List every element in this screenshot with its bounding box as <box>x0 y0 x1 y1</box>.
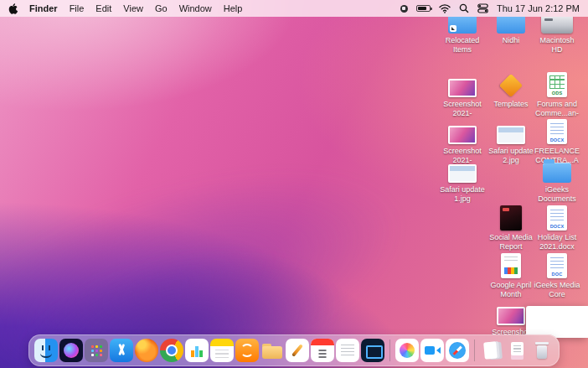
dock-photoshop-icon[interactable] <box>361 339 384 362</box>
screen-recording-indicator-icon[interactable] <box>400 5 408 13</box>
menu-item-go[interactable]: Go <box>155 3 168 13</box>
dock-textedit-icon[interactable] <box>336 339 359 362</box>
dock-orange-s-app-icon[interactable] <box>235 339 259 362</box>
desktop-icon-label: iGeeks Documents <box>534 185 580 203</box>
menu-item-view[interactable]: View <box>123 3 143 13</box>
desktop-icon-label: Relocated Items <box>439 36 486 54</box>
menu-bar: Finder File Edit View Go Window Help <box>0 0 588 17</box>
white-window-fragment[interactable] <box>526 306 588 338</box>
dock-photos-icon[interactable] <box>395 339 419 362</box>
image-thumbnail-icon <box>439 70 486 97</box>
file-type-badge: DOCX <box>550 224 565 229</box>
menu-item-help[interactable]: Help <box>224 3 243 13</box>
doc-file-icon: DOC <box>534 251 580 278</box>
desktop-icon-label: iGeeks Media Core Values.doc <box>534 281 580 299</box>
desktop-icon-templates[interactable]: Templates <box>487 70 534 109</box>
dock-launchpad-icon[interactable] <box>85 339 108 362</box>
desktop-icon-label: Social Media Report (...021).pdf <box>487 233 534 251</box>
image-thumbnail-icon <box>439 156 486 183</box>
pdf-file-icon <box>487 204 534 231</box>
desktop-icon-label: Screenshot 2021-06...4.04 PM <box>439 100 486 118</box>
dock-document-icon[interactable] <box>505 339 529 362</box>
dock-numbers-icon[interactable] <box>185 339 209 362</box>
desktop-icon-google-april-report[interactable]: Google April Month A...port.pdf <box>487 251 534 299</box>
dock-separator <box>474 339 475 361</box>
desktop-icon-igeeks-core-values[interactable]: DOC iGeeks Media Core Values.doc <box>534 251 580 299</box>
dock-siri-icon[interactable] <box>59 339 83 362</box>
dock-safari-icon[interactable] <box>446 339 469 362</box>
desktop-icon-label: Holiday List 2021.docx <box>534 233 580 251</box>
docx-file-icon: DOCX <box>534 204 580 231</box>
desktop-icon-label: Safari update 1.jpg <box>439 185 486 203</box>
alias-arrow-icon <box>450 25 456 32</box>
file-type-badge: DOCX <box>550 137 565 143</box>
dock-pages-icon[interactable] <box>286 339 309 362</box>
apple-menu-icon[interactable] <box>8 3 18 14</box>
desktop-icon-holiday-list[interactable]: DOCX Holiday List 2021.docx <box>534 204 580 251</box>
spotlight-search-icon[interactable] <box>459 3 469 13</box>
dock-app-store-icon[interactable] <box>110 339 133 362</box>
spreadsheet-file-icon: ODS <box>534 70 580 97</box>
menu-bar-status: Thu 17 Jun 2:12 PM <box>400 3 580 13</box>
desktop-icon-label: Nidhi <box>503 36 520 45</box>
desktop-icon-label: Macintosh HD <box>534 36 580 54</box>
menu-item-edit[interactable]: Edit <box>95 3 111 13</box>
dock-finder-icon[interactable] <box>34 339 58 362</box>
control-center-icon[interactable] <box>477 3 488 13</box>
image-thumbnail-icon <box>487 117 534 144</box>
desktop-icon-label: Google April Month A...port.pdf <box>487 281 534 299</box>
sketch-diamond-icon <box>487 70 534 97</box>
desktop-icon-safari-update-1[interactable]: Safari update 1.jpg <box>439 156 486 203</box>
dock-separator <box>389 339 390 361</box>
dock-documents-stack-icon[interactable] <box>480 339 503 362</box>
dock-chrome-icon[interactable] <box>160 339 183 362</box>
image-thumbnail-icon <box>439 117 486 144</box>
desktop-icon-social-media-report[interactable]: Social Media Report (...021).pdf <box>487 204 534 251</box>
file-type-badge: ODS <box>552 91 563 96</box>
dock-firefox-icon[interactable] <box>135 339 158 362</box>
menu-item-window[interactable]: Window <box>179 3 212 13</box>
menu-item-finder[interactable]: Finder <box>29 3 58 13</box>
macos-desktop: Finder File Edit View Go Window Help <box>0 0 588 368</box>
menu-bar-left: Finder File Edit View Go Window Help <box>8 3 242 14</box>
desktop-icon-screenshot-404[interactable]: Screenshot 2021-06...4.04 PM <box>439 70 486 118</box>
menu-clock[interactable]: Thu 17 Jun 2:12 PM <box>497 3 580 13</box>
desktop-icon-igeeks-documents[interactable]: iGeeks Documents <box>534 156 580 203</box>
desktop-icon-label: Forums and Comme...an-9.ods <box>534 100 580 118</box>
menu-item-file[interactable]: File <box>70 3 85 13</box>
dock-trash-icon[interactable] <box>530 339 554 362</box>
dock-calendar-icon[interactable] <box>311 339 334 362</box>
desktop-icon-safari-update-2[interactable]: Safari update 2.jpg <box>487 117 534 164</box>
dock-facetime-icon[interactable] <box>420 339 444 362</box>
wifi-icon[interactable] <box>439 4 451 13</box>
desktop-icon-forums-ods[interactable]: ODS Forums and Comme...an-9.ods <box>534 70 580 118</box>
desktop-icon-label: Templates <box>493 100 528 109</box>
docx-file-icon: DOCX <box>534 117 580 144</box>
dock <box>28 334 560 366</box>
battery-icon[interactable] <box>416 5 431 12</box>
folder-icon <box>534 156 580 183</box>
pdf-file-icon <box>487 251 534 278</box>
dock-folder-icon[interactable] <box>260 339 284 362</box>
desktop-icon-label: Safari update 2.jpg <box>487 147 534 164</box>
file-type-badge: DOC <box>552 272 563 277</box>
dock-notes-icon[interactable] <box>210 339 234 362</box>
